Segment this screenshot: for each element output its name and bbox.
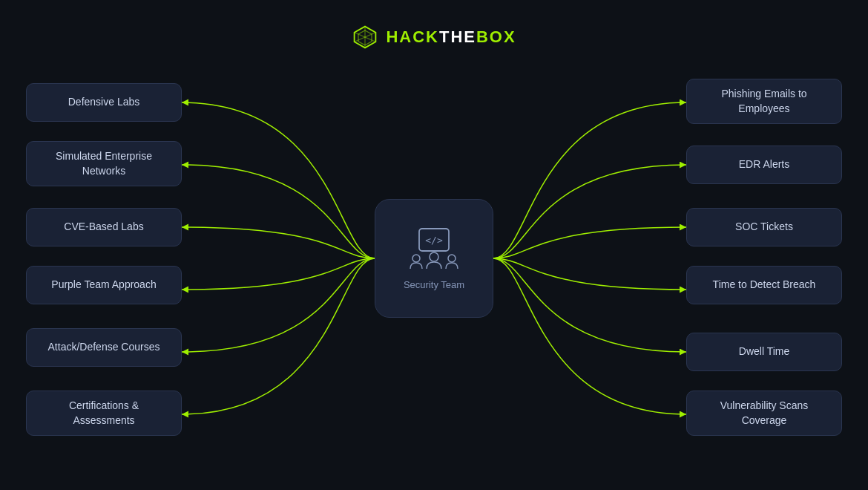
node-defensive-labs: Defensive Labs xyxy=(26,83,182,122)
node-purple-team: Purple Team Approach xyxy=(26,266,182,304)
center-label: Security Team xyxy=(404,279,464,290)
node-soc-tickets: SOC Tickets xyxy=(686,208,842,246)
node-attack-defense: Attack/Defense Courses xyxy=(26,328,182,367)
node-dwell-time: Dwell Time xyxy=(686,333,842,371)
htb-logo-icon xyxy=(352,24,378,50)
diagram: </> Security Team Defensive Labs Simulat… xyxy=(26,65,842,451)
logo-hack: HACK xyxy=(386,27,439,46)
security-team-icon: </> xyxy=(407,227,461,272)
svg-point-7 xyxy=(412,255,420,262)
node-simulated-enterprise: Simulated Enterprise Networks xyxy=(26,141,182,186)
logo-text: HACKTHEBOX xyxy=(386,27,516,47)
node-phishing-emails: Phishing Emails to Employees xyxy=(686,79,842,124)
logo-the: THE xyxy=(439,27,476,46)
svg-text:</>: </> xyxy=(425,235,443,246)
header: HACKTHEBOX xyxy=(352,24,516,50)
node-vulnerability-scans: Vulnerability Scans Coverage xyxy=(686,391,842,436)
svg-point-8 xyxy=(430,252,438,261)
svg-point-9 xyxy=(448,255,456,262)
logo-box: BOX xyxy=(476,27,516,46)
center-box: </> Security Team xyxy=(375,199,493,318)
node-cve-based-labs: CVE-Based Labs xyxy=(26,208,182,246)
node-certifications: Certifications & Assessments xyxy=(26,391,182,436)
node-time-to-detect: Time to Detect Breach xyxy=(686,266,842,304)
node-edr-alerts: EDR Alerts xyxy=(686,146,842,184)
